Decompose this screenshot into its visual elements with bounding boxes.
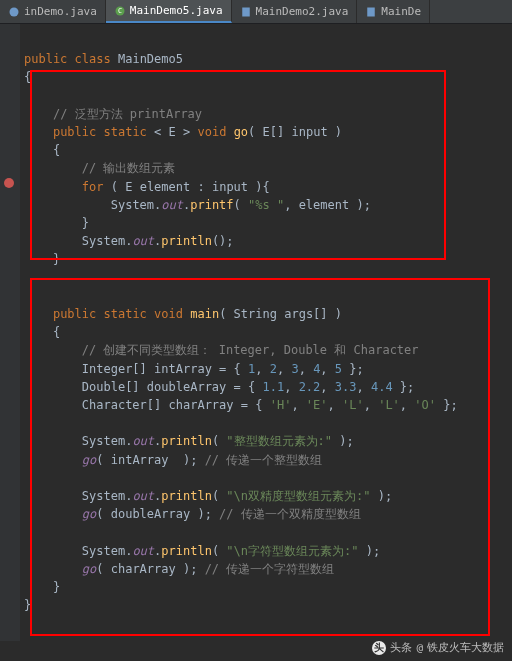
watermark-name: 铁皮火车大数据 xyxy=(427,640,504,655)
comment: // 创建不同类型数组： Integer, Double 和 Character xyxy=(82,343,419,357)
tab-label: MainDemo2.java xyxy=(256,5,349,18)
watermark: 头 头条 @铁皮火车大数据 xyxy=(372,640,504,655)
tab-file-3[interactable]: MainDe xyxy=(357,0,430,23)
tab-label: MainDe xyxy=(381,5,421,18)
code-area[interactable]: public class MainDemo5 { // 泛型方法 printAr… xyxy=(20,24,462,641)
comment: // 输出数组元素 xyxy=(82,161,176,175)
method-name: go xyxy=(234,125,248,139)
keyword: public xyxy=(24,52,67,66)
class-name: MainDemo5 xyxy=(118,52,183,66)
svg-text:C: C xyxy=(118,7,122,15)
tab-file-1[interactable]: C MainDemo5.java xyxy=(106,0,232,23)
tab-label: MainDemo5.java xyxy=(130,4,223,17)
toutiao-icon: 头 xyxy=(372,641,386,655)
java-class-icon: C xyxy=(114,5,126,17)
code-editor[interactable]: public class MainDemo5 { // 泛型方法 printAr… xyxy=(0,24,512,641)
keyword: class xyxy=(75,52,111,66)
tab-file-0[interactable]: inDemo.java xyxy=(0,0,106,23)
editor-tabs: inDemo.java C MainDemo5.java MainDemo2.j… xyxy=(0,0,512,24)
brace: { xyxy=(24,70,31,84)
tab-label: inDemo.java xyxy=(24,5,97,18)
java-file-icon xyxy=(8,6,20,18)
comment: // 泛型方法 printArray xyxy=(53,107,202,121)
watermark-prefix: 头条 xyxy=(390,640,412,655)
svg-rect-3 xyxy=(242,7,250,16)
svg-rect-4 xyxy=(368,7,376,16)
java-file-icon xyxy=(240,6,252,18)
editor-gutter xyxy=(0,24,20,641)
tab-file-2[interactable]: MainDemo2.java xyxy=(232,0,358,23)
method-name: main xyxy=(190,307,219,321)
watermark-at: @ xyxy=(416,641,423,654)
breakpoint-icon[interactable] xyxy=(4,178,14,188)
svg-point-0 xyxy=(10,7,19,16)
java-file-icon xyxy=(365,6,377,18)
